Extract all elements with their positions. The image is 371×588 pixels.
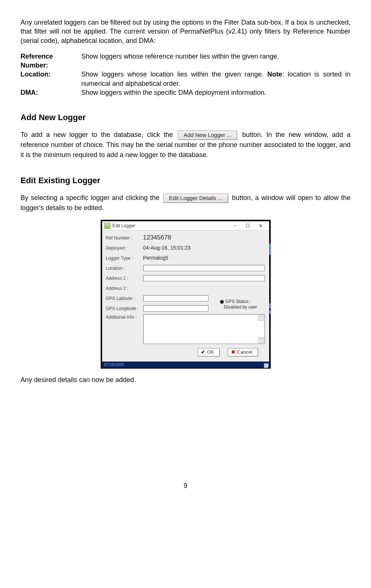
edit-para-pre: By selecting a specific logger and click… <box>21 194 162 201</box>
location-label: Location : <box>106 265 143 271</box>
heading-add-new-logger: Add New Logger <box>21 112 350 123</box>
decorative-edge <box>269 310 271 314</box>
logger-type-label: Logger Type : <box>106 255 143 261</box>
page-number: 9 <box>21 481 350 490</box>
closing-paragraph: Any desired details can now be added. <box>21 375 350 384</box>
definition-term-location: Location: <box>21 70 81 79</box>
definition-term-dma: DMA: <box>21 88 81 97</box>
gps-status-label: GPS Status : <box>225 299 251 304</box>
edit-logger-details-button[interactable]: Edit Logger Details ... <box>163 194 228 203</box>
check-icon: ✔ <box>201 349 205 356</box>
heading-edit-existing-logger: Edit Existing Logger <box>21 175 350 186</box>
x-icon: ✖ <box>231 349 235 356</box>
location-input[interactable] <box>143 265 265 271</box>
gps-status-block: GPS Status : Disabled by user <box>220 299 257 310</box>
dialog-app-icon <box>104 223 110 229</box>
scroll-up-icon[interactable]: ˄ <box>258 315 264 321</box>
definition-term-reference: Reference Number: <box>21 52 81 70</box>
dialog-titlebar: Edit Logger – ☐ ✕ <box>102 221 269 231</box>
dialog-bottom-strip: 07162009 <box>102 362 269 368</box>
definition-row: Location: Show loggers whose location li… <box>21 70 350 88</box>
definition-desc-location-pre: Show loggers whose location lies within … <box>81 71 267 78</box>
decorative-edge <box>269 303 271 309</box>
dialog-title: Edit Logger <box>113 223 229 229</box>
address1-label-text: Address 1 : <box>106 276 129 281</box>
minimize-button[interactable]: – <box>229 222 242 229</box>
gps-longitude-label: GPS Longitude : <box>106 306 143 312</box>
add-new-logger-button[interactable]: Add New Logger ... <box>178 131 237 140</box>
close-button[interactable]: ✕ <box>254 222 267 229</box>
maximize-button[interactable]: ☐ <box>242 222 254 229</box>
definitions-list: Reference Number: Show loggers whose ref… <box>21 52 350 97</box>
deployed-value: 04-Aug-16, 15:01:23 <box>143 244 191 251</box>
logger-type-value: Permalog5 <box>143 254 169 262</box>
gps-longitude-input[interactable] <box>143 305 208 312</box>
bottom-strip-text: 07162009 <box>104 362 124 368</box>
definition-row: DMA: Show loggers within the specific DM… <box>21 88 350 97</box>
definition-row: Reference Number: Show loggers whose ref… <box>21 52 350 70</box>
add-new-logger-paragraph: To add a new logger to the database, cli… <box>21 130 350 160</box>
definition-desc-dma: Show loggers within the specific DMA dep… <box>81 88 350 97</box>
cancel-button-label: Cancel <box>237 349 252 356</box>
gps-status-value: Disabled by user <box>224 304 257 310</box>
add-para-pre: To add a new logger to the database, cli… <box>21 131 176 138</box>
edit-existing-logger-paragraph: By selecting a specific logger and click… <box>21 193 350 213</box>
resize-grip-icon[interactable] <box>264 363 268 368</box>
ref-number-value: 12345678 <box>143 234 172 242</box>
cancel-button[interactable]: ✖ Cancel <box>228 348 258 357</box>
definition-desc-location-note: Note <box>267 71 282 78</box>
intro-paragraph: Any unrelated loggers can be filtered ou… <box>21 18 350 45</box>
edit-logger-dialog: Edit Logger – ☐ ✕ Ref Number : 12345678 … <box>101 220 271 369</box>
deployed-label: Deployed : <box>106 245 143 251</box>
address1-input[interactable] <box>143 275 265 281</box>
gps-latitude-input[interactable] <box>143 295 208 301</box>
ok-button-label: OK <box>207 349 214 356</box>
additional-info-label: Additional Info : <box>106 314 143 320</box>
additional-info-textarea[interactable]: ˄ ˅ <box>143 314 265 344</box>
scroll-down-icon[interactable]: ˅ <box>258 337 264 343</box>
decorative-edge <box>269 244 271 255</box>
ref-number-label: Ref Number : <box>106 235 143 241</box>
definition-desc-reference: Show loggers whose reference number lies… <box>81 52 350 61</box>
gps-status-indicator-icon <box>220 300 224 304</box>
ok-button[interactable]: ✔ OK <box>198 348 220 357</box>
address1-label: Address 1 : <box>106 275 143 281</box>
definition-desc-location: Show loggers whose location lies within … <box>81 70 350 88</box>
gps-latitude-label: GPS Latitude : <box>106 295 143 301</box>
address2-label: Address 2 : <box>106 285 143 291</box>
